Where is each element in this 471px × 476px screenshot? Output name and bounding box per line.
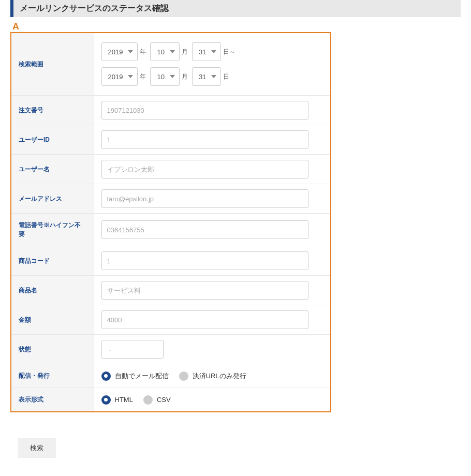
label-order-no: 注文番号 [11, 96, 94, 125]
delivery-auto-mail-radio[interactable]: 自動でメール配信 [101, 371, 169, 381]
radio-label: CSV [157, 396, 171, 404]
chevron-down-icon [211, 50, 216, 53]
item-name-input[interactable] [101, 281, 308, 300]
label-delivery: 配信・発行 [11, 364, 94, 388]
label-item-name: 商品名 [11, 276, 94, 305]
to-month-select[interactable]: 10 [150, 67, 179, 86]
item-code-input[interactable] [101, 251, 308, 270]
radio-label: 決済URLのみ発行 [193, 371, 246, 381]
year-unit: 年 [140, 72, 146, 81]
radio-checked-icon [101, 395, 111, 405]
status-select[interactable]: - [101, 340, 164, 359]
day-unit: 日～ [223, 48, 236, 56]
radio-unchecked-icon [179, 371, 188, 381]
delivery-url-only-radio[interactable]: 決済URLのみ発行 [179, 371, 246, 381]
phone-input[interactable] [101, 220, 308, 239]
page-title: メールリンクサービスのステータス確認 [20, 3, 454, 14]
chevron-down-icon [170, 75, 175, 78]
label-status: 状態 [11, 335, 94, 364]
format-csv-radio[interactable]: CSV [143, 395, 171, 405]
to-year-select[interactable]: 2019 [101, 67, 138, 86]
label-user-name: ユーザー名 [11, 155, 94, 184]
label-amount: 金額 [11, 305, 94, 335]
format-html-radio[interactable]: HTML [101, 395, 133, 405]
chevron-down-icon [128, 50, 133, 53]
from-month-select[interactable]: 10 [150, 42, 179, 61]
user-name-input[interactable] [101, 160, 308, 178]
from-year-select[interactable]: 2019 [101, 42, 138, 61]
search-button[interactable]: 検索 [18, 438, 56, 458]
search-form: 検索範囲 2019 年 10 月 31 日～ 2019 年 10 月 31 日 … [10, 32, 331, 412]
radio-unchecked-icon [143, 395, 153, 405]
date-from-row: 2019 年 10 月 31 日～ [101, 42, 323, 61]
label-item-code: 商品コード [11, 246, 94, 276]
section-marker-a: A [12, 21, 471, 32]
from-day-select[interactable]: 31 [192, 42, 221, 61]
order-no-input[interactable] [101, 101, 308, 120]
date-to-row: 2019 年 10 月 31 日 [101, 67, 323, 86]
label-format: 表示形式 [11, 388, 94, 412]
label-user-id: ユーザーID [11, 125, 94, 155]
month-unit: 月 [182, 48, 188, 56]
chevron-down-icon [128, 75, 133, 78]
label-phone: 電話番号※ハイフン不要 [11, 214, 94, 246]
amount-input[interactable] [101, 310, 308, 329]
chevron-down-icon [170, 50, 175, 53]
label-email: メールアドレス [11, 184, 94, 214]
day-unit: 日 [223, 72, 229, 81]
radio-label: HTML [115, 396, 133, 404]
page-header: メールリンクサービスのステータス確認 [10, 0, 461, 17]
user-id-input[interactable] [101, 130, 308, 149]
radio-checked-icon [101, 371, 111, 381]
to-day-select[interactable]: 31 [192, 67, 221, 86]
label-search-range: 検索範囲 [11, 33, 94, 96]
month-unit: 月 [182, 72, 188, 81]
chevron-down-icon [211, 75, 216, 78]
year-unit: 年 [140, 48, 146, 56]
email-input[interactable] [101, 189, 308, 208]
radio-label: 自動でメール配信 [115, 371, 169, 381]
